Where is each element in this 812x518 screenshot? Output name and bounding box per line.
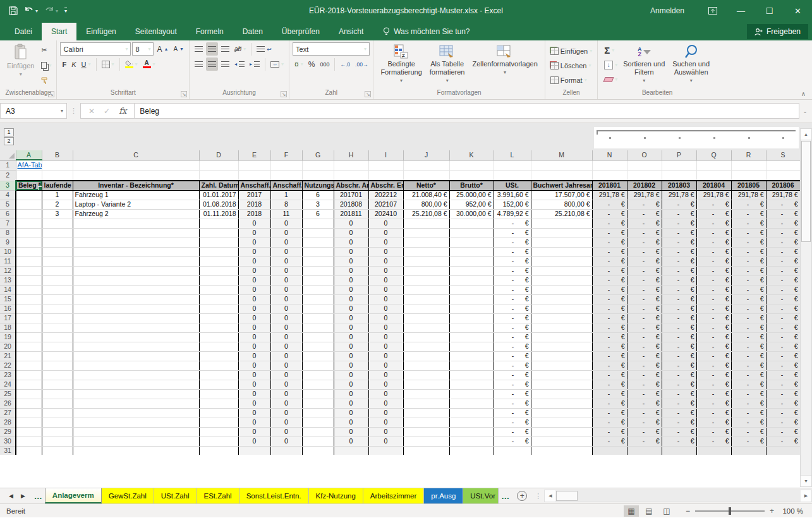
cell-H8[interactable]: 0: [334, 228, 368, 238]
autosum-button[interactable]: Σ▾: [602, 44, 619, 57]
ribbon-tab-daten[interactable]: Daten: [233, 23, 272, 40]
cell-P2[interactable]: [662, 170, 696, 181]
cell-F14[interactable]: 0: [270, 285, 302, 294]
cell-A10[interactable]: [16, 247, 42, 256]
cell-J28[interactable]: [403, 418, 449, 427]
cell-N28[interactable]: - €: [592, 418, 627, 427]
cell-N22[interactable]: - €: [592, 361, 627, 370]
cell-Q27[interactable]: - €: [696, 408, 731, 418]
cell-K23[interactable]: [449, 370, 494, 380]
cell-A14[interactable]: [16, 285, 42, 294]
cell-H12[interactable]: 0: [334, 266, 368, 275]
cell-E15[interactable]: 0: [238, 294, 270, 304]
cell-A20[interactable]: [16, 342, 42, 351]
cell-S21[interactable]: - €: [766, 351, 800, 361]
cell-J10[interactable]: [403, 247, 449, 256]
cell-D25[interactable]: [199, 389, 238, 399]
cell-K5[interactable]: 952,00 €: [449, 200, 494, 209]
cell-N25[interactable]: - €: [592, 389, 627, 399]
cell-B10[interactable]: [42, 247, 73, 256]
cell-L26[interactable]: - €: [494, 399, 531, 408]
cell-H24[interactable]: 0: [334, 380, 368, 389]
cell-Q17[interactable]: - €: [696, 313, 731, 323]
cell-N30[interactable]: - €: [592, 437, 627, 446]
cell-Q29[interactable]: - €: [696, 427, 731, 437]
cell-O21[interactable]: - €: [627, 351, 662, 361]
row-header-14[interactable]: 14: [0, 285, 16, 294]
cell-O23[interactable]: - €: [627, 370, 662, 380]
cell-J18[interactable]: [403, 323, 449, 332]
cell-I17[interactable]: 0: [368, 313, 403, 323]
cell-R28[interactable]: - €: [731, 418, 766, 427]
cell-J26[interactable]: [403, 399, 449, 408]
cell-J9[interactable]: [403, 238, 449, 247]
font-color-button[interactable]: A▾: [141, 57, 157, 71]
cell-J2[interactable]: [403, 170, 449, 181]
cell-C31[interactable]: [73, 446, 199, 455]
cell-R3[interactable]: 201805: [731, 181, 766, 190]
cell-H26[interactable]: 0: [334, 399, 368, 408]
cell-R8[interactable]: - €: [731, 228, 766, 238]
cell-O18[interactable]: - €: [627, 323, 662, 332]
cell-A2[interactable]: [16, 170, 42, 181]
cell-E1[interactable]: [238, 160, 270, 170]
cell-O4[interactable]: 291,78 €: [627, 190, 662, 200]
cell-N31[interactable]: [592, 446, 627, 455]
cell-O28[interactable]: - €: [627, 418, 662, 427]
cell-F4[interactable]: 1: [270, 190, 302, 200]
cell-N5[interactable]: - €: [592, 200, 627, 209]
cell-F3[interactable]: Anschaff. Monat: [270, 181, 302, 190]
cell-L27[interactable]: - €: [494, 408, 531, 418]
vertical-scroll-thumb[interactable]: [801, 141, 811, 242]
view-normal-icon[interactable]: ▦: [624, 505, 639, 517]
cell-J8[interactable]: [403, 228, 449, 238]
cell-B16[interactable]: [42, 304, 73, 313]
cell-F7[interactable]: 0: [270, 219, 302, 228]
cell-C24[interactable]: [73, 380, 199, 389]
cell-Q7[interactable]: - €: [696, 219, 731, 228]
cell-M25[interactable]: [531, 389, 592, 399]
cell-M26[interactable]: [531, 399, 592, 408]
cell-I3[interactable]: Abschr. Ende: [368, 181, 403, 190]
cell-M28[interactable]: [531, 418, 592, 427]
cell-R14[interactable]: - €: [731, 285, 766, 294]
cell-K17[interactable]: [449, 313, 494, 323]
cell-C1[interactable]: [73, 160, 199, 170]
share-button[interactable]: Freigeben: [747, 24, 808, 39]
cell-B22[interactable]: [42, 361, 73, 370]
cell-B27[interactable]: [42, 408, 73, 418]
cell-E14[interactable]: 0: [238, 285, 270, 294]
cell-K10[interactable]: [449, 247, 494, 256]
zoom-slider-thumb[interactable]: [729, 507, 731, 515]
cell-A5[interactable]: [16, 200, 42, 209]
cell-M13[interactable]: [531, 275, 592, 285]
cell-S5[interactable]: - €: [766, 200, 800, 209]
cell-G26[interactable]: [302, 399, 334, 408]
cell-B17[interactable]: [42, 313, 73, 323]
column-group-dot[interactable]: [644, 137, 646, 139]
cell-L24[interactable]: - €: [494, 380, 531, 389]
cell-L10[interactable]: - €: [494, 247, 531, 256]
cell-C30[interactable]: [73, 437, 199, 446]
cell-S23[interactable]: - €: [766, 370, 800, 380]
cell-A1[interactable]: AfA-Tabelle für allgemein verwendbare An…: [16, 160, 42, 170]
cell-F11[interactable]: 0: [270, 256, 302, 266]
column-group-dot[interactable]: [609, 137, 611, 139]
cell-N10[interactable]: - €: [592, 247, 627, 256]
cell-H17[interactable]: 0: [334, 313, 368, 323]
cell-D1[interactable]: [199, 160, 238, 170]
cell-D26[interactable]: [199, 399, 238, 408]
cell-P15[interactable]: - €: [662, 294, 696, 304]
cell-L15[interactable]: - €: [494, 294, 531, 304]
cell-K7[interactable]: [449, 219, 494, 228]
row-header-27[interactable]: 27: [0, 408, 16, 418]
cell-N7[interactable]: - €: [592, 219, 627, 228]
cell-L28[interactable]: - €: [494, 418, 531, 427]
row-header-2[interactable]: 2: [0, 170, 16, 181]
sheet-tab-gewst-zahl[interactable]: GewSt.Zahl: [102, 488, 154, 503]
cell-B6[interactable]: 3: [42, 209, 73, 219]
cell-C20[interactable]: [73, 342, 199, 351]
cell-R9[interactable]: - €: [731, 238, 766, 247]
cell-Q20[interactable]: - €: [696, 342, 731, 351]
cell-J4[interactable]: 21.008,40 €: [403, 190, 449, 200]
